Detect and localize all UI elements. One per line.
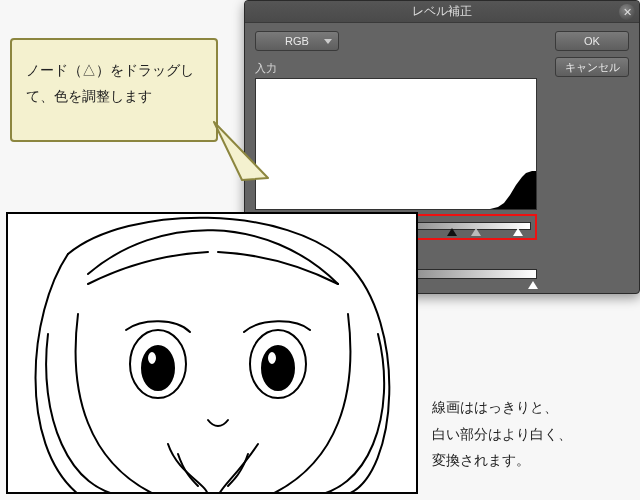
cancel-button[interactable]: キャンセル	[555, 57, 629, 77]
output-white-point-handle[interactable]	[528, 281, 538, 289]
dialog-buttons: OK キャンセル	[555, 31, 629, 77]
input-midtone-handle[interactable]	[471, 228, 481, 236]
close-icon[interactable]: ✕	[619, 4, 635, 20]
histogram-shape	[490, 171, 536, 209]
ok-button-label: OK	[584, 35, 600, 47]
note-line-3: 変換されます。	[432, 447, 632, 474]
svg-point-5	[267, 351, 277, 365]
note-line-1: 線画ははっきりと、	[432, 394, 632, 421]
callout-bubble: ノード（△）をドラッグして、色を調整します	[10, 38, 218, 142]
cancel-button-label: キャンセル	[565, 60, 620, 75]
input-histogram	[255, 78, 537, 210]
svg-point-4	[262, 346, 294, 390]
channel-select[interactable]: RGB	[255, 31, 339, 51]
callout-text: ノード（△）をドラッグして、色を調整します	[26, 62, 194, 104]
dialog-title: レベル補正	[412, 3, 472, 20]
input-black-point-handle[interactable]	[447, 228, 457, 236]
explanation-note: 線画ははっきりと、 白い部分はより白く、 変換されます。	[432, 394, 632, 474]
svg-point-2	[147, 351, 157, 365]
chevron-down-icon	[324, 39, 332, 44]
note-line-2: 白い部分はより白く、	[432, 421, 632, 448]
lineart-illustration	[6, 212, 418, 494]
dialog-titlebar[interactable]: レベル補正 ✕	[245, 1, 639, 23]
ok-button[interactable]: OK	[555, 31, 629, 51]
input-white-point-handle[interactable]	[513, 228, 523, 236]
svg-point-1	[142, 346, 174, 390]
channel-select-value: RGB	[285, 35, 309, 47]
